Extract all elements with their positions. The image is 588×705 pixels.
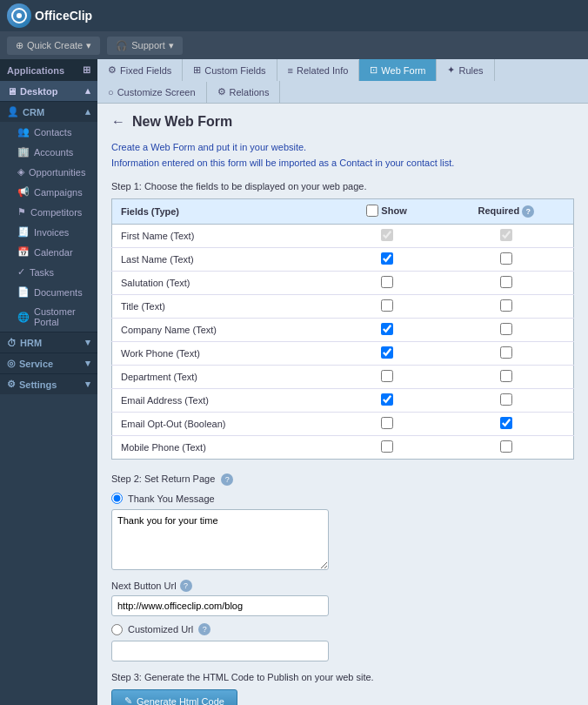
generate-icon: ✎ xyxy=(124,695,132,705)
field-name-cell: Department (Text) xyxy=(112,366,335,389)
sidebar-desktop-item[interactable]: 🖥 Desktop ▴ xyxy=(0,81,97,101)
fixed-fields-icon: ⚙ xyxy=(108,64,117,76)
related-info-icon: ≡ xyxy=(288,65,293,76)
return-option-message-label[interactable]: Thank You Message xyxy=(111,493,574,504)
support-button[interactable]: 🎧 Support ▾ xyxy=(107,37,183,55)
required-checkbox[interactable] xyxy=(500,276,512,288)
show-checkbox-cell xyxy=(334,272,438,295)
sidebar-item-invoices[interactable]: 🧾 Invoices xyxy=(0,222,97,242)
sidebar-item-calendar[interactable]: 📅 Calendar xyxy=(0,242,97,262)
required-checkbox-cell xyxy=(439,436,574,460)
show-checkbox[interactable] xyxy=(381,370,393,382)
required-checkbox[interactable] xyxy=(500,229,512,241)
field-name-cell: Work Phone (Text) xyxy=(112,342,335,366)
show-checkbox[interactable] xyxy=(381,252,393,265)
show-checkbox[interactable] xyxy=(381,417,393,429)
show-checkbox[interactable] xyxy=(381,346,393,359)
show-all-checkbox[interactable] xyxy=(366,205,378,217)
tab-bar: ⚙ Fixed Fields ⊞ Custom Fields ≡ Related… xyxy=(97,59,588,104)
sidebar-applications-header[interactable]: Applications ⊞ xyxy=(0,59,97,81)
step2-section: Step 2: Set Return Page ? Thank You Mess… xyxy=(111,473,574,661)
show-checkbox-cell xyxy=(334,225,438,248)
generate-html-button[interactable]: ✎ Generate Html Code xyxy=(111,689,237,705)
required-checkbox[interactable] xyxy=(500,370,512,382)
required-checkbox[interactable] xyxy=(500,440,512,453)
table-row: Email Address (Text) xyxy=(112,389,574,413)
logo-icon xyxy=(7,3,31,28)
sidebar-item-opportunities[interactable]: ◈ Opportunities xyxy=(0,162,97,182)
required-checkbox-cell xyxy=(439,389,574,413)
tab-fixed-fields[interactable]: ⚙ Fixed Fields xyxy=(97,59,183,81)
tab-relations[interactable]: ⚙ Relations xyxy=(207,81,281,103)
next-url-help-icon[interactable]: ? xyxy=(180,580,192,592)
support-chevron-icon: ▾ xyxy=(169,40,174,51)
field-name-cell: Title (Text) xyxy=(112,295,335,319)
step2-help-icon[interactable]: ? xyxy=(221,473,233,486)
sidebar-item-tasks[interactable]: ✓ Tasks xyxy=(0,262,97,282)
table-row: Company Name (Text) xyxy=(112,319,574,342)
required-help-icon[interactable]: ? xyxy=(522,205,534,218)
required-checkbox[interactable] xyxy=(500,252,512,265)
tab-web-form[interactable]: ⊡ Web Form xyxy=(359,59,437,81)
table-row: Last Name (Text) xyxy=(112,248,574,272)
sidebar-item-documents[interactable]: 📄 Documents xyxy=(0,282,97,302)
contacts-icon: 👥 xyxy=(17,126,30,138)
customized-url-input[interactable] xyxy=(111,641,329,661)
tab-custom-fields[interactable]: ⊞ Custom Fields xyxy=(183,59,277,81)
sidebar-item-competitors[interactable]: ⚑ Competitors xyxy=(0,202,97,222)
top-bar: OfficeClip xyxy=(0,0,588,31)
tab-rules[interactable]: ✦ Rules xyxy=(437,59,494,81)
quick-create-button[interactable]: ⊕ Quick Create ▾ xyxy=(7,37,100,55)
sidebar: Applications ⊞ 🖥 Desktop ▴ 👤 CRM ▴ 👥 Con… xyxy=(0,59,97,705)
show-checkbox[interactable] xyxy=(381,276,393,288)
show-checkbox-cell xyxy=(334,389,438,413)
customize-screen-icon: ○ xyxy=(108,87,114,97)
show-checkbox[interactable] xyxy=(381,440,393,453)
show-checkbox[interactable] xyxy=(381,229,393,241)
rules-icon: ✦ xyxy=(447,64,455,76)
table-row: First Name (Text) xyxy=(112,225,574,248)
sidebar-settings-header[interactable]: ⚙ Settings ▾ xyxy=(0,373,97,394)
field-name-cell: Email Address (Text) xyxy=(112,389,335,413)
required-checkbox[interactable] xyxy=(500,417,512,429)
sidebar-crm-header[interactable]: 👤 CRM ▴ xyxy=(0,101,97,122)
apps-icon: ⊞ xyxy=(83,64,90,76)
info-box: Create a Web Form and put it in your web… xyxy=(111,140,574,171)
next-button-url-input[interactable] xyxy=(111,595,329,616)
step3-section: Step 3: Generate the HTML Code to Publis… xyxy=(111,672,574,705)
required-checkbox-cell xyxy=(439,413,574,436)
required-checkbox-cell xyxy=(439,295,574,319)
return-option-message-radio[interactable] xyxy=(111,493,123,504)
required-checkbox[interactable] xyxy=(500,323,512,335)
thankyou-textarea[interactable]: Thank you for your time xyxy=(111,509,329,570)
sidebar-hrm-header[interactable]: ⏱ HRM ▾ xyxy=(0,332,97,352)
sidebar-item-customer-portal[interactable]: 🌐 Customer Portal xyxy=(0,302,97,332)
customized-url-help-icon[interactable]: ? xyxy=(198,623,210,635)
sidebar-item-contacts[interactable]: 👥 Contacts xyxy=(0,122,97,142)
back-button[interactable]: ← xyxy=(111,114,125,130)
required-checkbox-cell xyxy=(439,319,574,342)
step3-label: Step 3: Generate the HTML Code to Publis… xyxy=(111,672,574,682)
info-line1: Create a Web Form and put it in your web… xyxy=(111,140,574,156)
opportunities-icon: ◈ xyxy=(17,166,24,178)
customized-url-label[interactable]: Customized Url ? xyxy=(111,623,574,635)
campaigns-icon: 📢 xyxy=(17,186,30,198)
fields-col-type-header: Fields (Type) xyxy=(112,199,335,225)
sidebar-item-accounts[interactable]: 🏢 Accounts xyxy=(0,142,97,162)
required-checkbox[interactable] xyxy=(500,346,512,359)
required-checkbox[interactable] xyxy=(500,299,512,312)
svg-point-1 xyxy=(17,13,22,18)
tab-related-info[interactable]: ≡ Related Info xyxy=(277,60,360,81)
sidebar-item-campaigns[interactable]: 📢 Campaigns xyxy=(0,182,97,202)
required-checkbox[interactable] xyxy=(500,393,512,406)
customized-url-radio[interactable] xyxy=(111,624,123,635)
sidebar-service-header[interactable]: ◎ Service ▾ xyxy=(0,352,97,373)
tab-customize-screen[interactable]: ○ Customize Screen xyxy=(97,82,207,103)
custom-fields-icon: ⊞ xyxy=(193,64,201,76)
show-checkbox-cell xyxy=(334,319,438,342)
tasks-icon: ✓ xyxy=(17,266,25,278)
show-checkbox[interactable] xyxy=(381,393,393,406)
table-row: Mobile Phone (Text) xyxy=(112,436,574,460)
show-checkbox[interactable] xyxy=(381,299,393,312)
show-checkbox[interactable] xyxy=(381,323,393,335)
